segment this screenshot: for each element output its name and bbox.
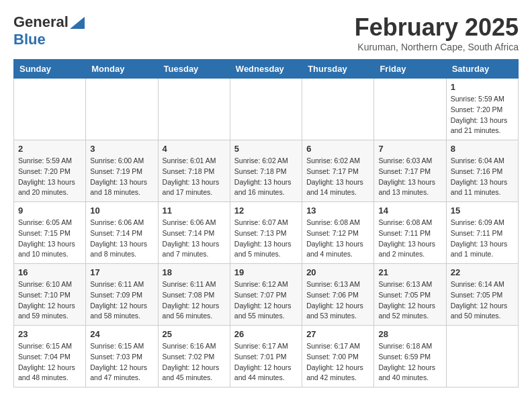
- logo-icon: [70, 17, 85, 29]
- day-number: 20: [306, 267, 369, 277]
- day-info: Sunrise: 6:09 AMSunset: 7:11 PMDaylight:…: [451, 218, 514, 260]
- day-number: 6: [306, 144, 369, 154]
- calendar-week-row: 2Sunrise: 5:59 AMSunset: 7:20 PMDaylight…: [14, 140, 519, 202]
- calendar-week-row: 1Sunrise: 5:59 AMSunset: 7:20 PMDaylight…: [14, 79, 519, 140]
- day-number: 14: [378, 205, 441, 216]
- day-info: Sunrise: 6:16 AMSunset: 7:02 PMDaylight:…: [163, 341, 226, 383]
- table-row: 14Sunrise: 6:08 AMSunset: 7:11 PMDayligh…: [374, 202, 446, 264]
- day-info: Sunrise: 6:15 AMSunset: 7:03 PMDaylight:…: [90, 341, 153, 383]
- day-number: 18: [163, 267, 226, 277]
- col-friday: Friday: [374, 60, 446, 79]
- table-row: 18Sunrise: 6:11 AMSunset: 7:08 PMDayligh…: [158, 264, 230, 326]
- table-row: [302, 79, 374, 140]
- month-title: February 2025: [355, 13, 519, 42]
- day-number: 25: [163, 329, 226, 339]
- col-monday: Monday: [86, 60, 158, 79]
- calendar-header-row: Sunday Monday Tuesday Wednesday Thursday…: [14, 60, 519, 79]
- table-row: 24Sunrise: 6:15 AMSunset: 7:03 PMDayligh…: [86, 326, 158, 387]
- table-row: 26Sunrise: 6:17 AMSunset: 7:01 PMDayligh…: [230, 326, 302, 387]
- table-row: [446, 326, 518, 387]
- table-row: [374, 79, 446, 140]
- table-row: 4Sunrise: 6:01 AMSunset: 7:18 PMDaylight…: [158, 140, 230, 202]
- day-number: 4: [163, 144, 226, 154]
- day-number: 12: [234, 205, 298, 216]
- table-row: 17Sunrise: 6:11 AMSunset: 7:09 PMDayligh…: [86, 264, 158, 326]
- day-info: Sunrise: 6:13 AMSunset: 7:05 PMDaylight:…: [378, 279, 441, 322]
- day-info: Sunrise: 6:04 AMSunset: 7:16 PMDaylight:…: [451, 156, 514, 198]
- day-number: 8: [451, 144, 514, 154]
- table-row: 10Sunrise: 6:06 AMSunset: 7:14 PMDayligh…: [86, 202, 158, 264]
- table-row: 6Sunrise: 6:02 AMSunset: 7:17 PMDaylight…: [302, 140, 374, 202]
- day-number: 9: [18, 205, 81, 216]
- day-number: 2: [18, 144, 81, 154]
- day-info: Sunrise: 6:06 AMSunset: 7:14 PMDaylight:…: [163, 218, 226, 260]
- day-number: 13: [306, 205, 369, 216]
- day-number: 28: [378, 329, 441, 339]
- location-subtitle: Kuruman, Northern Cape, South Africa: [355, 42, 519, 52]
- table-row: [86, 79, 158, 140]
- day-info: Sunrise: 6:10 AMSunset: 7:10 PMDaylight:…: [18, 279, 81, 322]
- col-tuesday: Tuesday: [158, 60, 230, 79]
- table-row: 22Sunrise: 6:14 AMSunset: 7:05 PMDayligh…: [446, 264, 518, 326]
- page-header: General Blue February 2025 Kuruman, Nort…: [13, 13, 519, 52]
- day-info: Sunrise: 6:06 AMSunset: 7:14 PMDaylight:…: [90, 218, 153, 260]
- day-info: Sunrise: 6:11 AMSunset: 7:09 PMDaylight:…: [90, 279, 153, 322]
- day-info: Sunrise: 6:15 AMSunset: 7:04 PMDaylight:…: [18, 341, 81, 383]
- day-info: Sunrise: 5:59 AMSunset: 7:20 PMDaylight:…: [451, 94, 514, 136]
- day-number: 19: [234, 267, 298, 277]
- day-number: 7: [378, 144, 441, 154]
- day-number: 3: [90, 144, 153, 154]
- day-info: Sunrise: 6:00 AMSunset: 7:19 PMDaylight:…: [90, 156, 153, 198]
- table-row: 19Sunrise: 6:12 AMSunset: 7:07 PMDayligh…: [230, 264, 302, 326]
- col-saturday: Saturday: [446, 60, 518, 79]
- day-number: 23: [18, 329, 81, 339]
- day-info: Sunrise: 6:11 AMSunset: 7:08 PMDaylight:…: [163, 279, 226, 322]
- table-row: [14, 79, 86, 140]
- table-row: 21Sunrise: 6:13 AMSunset: 7:05 PMDayligh…: [374, 264, 446, 326]
- table-row: 23Sunrise: 6:15 AMSunset: 7:04 PMDayligh…: [14, 326, 86, 387]
- table-row: 9Sunrise: 6:05 AMSunset: 7:15 PMDaylight…: [14, 202, 86, 264]
- table-row: 25Sunrise: 6:16 AMSunset: 7:02 PMDayligh…: [158, 326, 230, 387]
- logo: General Blue: [13, 13, 85, 48]
- day-info: Sunrise: 6:13 AMSunset: 7:06 PMDaylight:…: [306, 279, 369, 322]
- col-thursday: Thursday: [302, 60, 374, 79]
- table-row: [158, 79, 230, 140]
- day-number: 24: [90, 329, 153, 339]
- day-info: Sunrise: 6:07 AMSunset: 7:13 PMDaylight:…: [234, 218, 298, 260]
- calendar-week-row: 9Sunrise: 6:05 AMSunset: 7:15 PMDaylight…: [14, 202, 519, 264]
- day-number: 16: [18, 267, 81, 277]
- table-row: 15Sunrise: 6:09 AMSunset: 7:11 PMDayligh…: [446, 202, 518, 264]
- table-row: 12Sunrise: 6:07 AMSunset: 7:13 PMDayligh…: [230, 202, 302, 264]
- table-row: 28Sunrise: 6:18 AMSunset: 6:59 PMDayligh…: [374, 326, 446, 387]
- day-info: Sunrise: 6:14 AMSunset: 7:05 PMDaylight:…: [451, 279, 514, 322]
- logo-blue-text: Blue: [13, 31, 46, 48]
- day-info: Sunrise: 6:08 AMSunset: 7:11 PMDaylight:…: [378, 218, 441, 260]
- table-row: 5Sunrise: 6:02 AMSunset: 7:18 PMDaylight…: [230, 140, 302, 202]
- day-number: 5: [234, 144, 298, 154]
- col-sunday: Sunday: [14, 60, 86, 79]
- day-info: Sunrise: 6:12 AMSunset: 7:07 PMDaylight:…: [234, 279, 298, 322]
- table-row: 2Sunrise: 5:59 AMSunset: 7:20 PMDaylight…: [14, 140, 86, 202]
- day-info: Sunrise: 6:03 AMSunset: 7:17 PMDaylight:…: [378, 156, 441, 198]
- day-info: Sunrise: 6:02 AMSunset: 7:17 PMDaylight:…: [306, 156, 369, 198]
- title-section: February 2025 Kuruman, Northern Cape, So…: [355, 13, 519, 52]
- day-number: 26: [234, 329, 298, 339]
- table-row: 20Sunrise: 6:13 AMSunset: 7:06 PMDayligh…: [302, 264, 374, 326]
- col-wednesday: Wednesday: [230, 60, 302, 79]
- table-row: 11Sunrise: 6:06 AMSunset: 7:14 PMDayligh…: [158, 202, 230, 264]
- table-row: 1Sunrise: 5:59 AMSunset: 7:20 PMDaylight…: [446, 79, 518, 140]
- table-row: 8Sunrise: 6:04 AMSunset: 7:16 PMDaylight…: [446, 140, 518, 202]
- day-info: Sunrise: 6:01 AMSunset: 7:18 PMDaylight:…: [163, 156, 226, 198]
- table-row: 3Sunrise: 6:00 AMSunset: 7:19 PMDaylight…: [86, 140, 158, 202]
- day-number: 1: [451, 82, 514, 92]
- calendar-week-row: 16Sunrise: 6:10 AMSunset: 7:10 PMDayligh…: [14, 264, 519, 326]
- day-number: 22: [451, 267, 514, 277]
- table-row: 13Sunrise: 6:08 AMSunset: 7:12 PMDayligh…: [302, 202, 374, 264]
- day-number: 17: [90, 267, 153, 277]
- day-info: Sunrise: 6:08 AMSunset: 7:12 PMDaylight:…: [306, 218, 369, 260]
- table-row: 7Sunrise: 6:03 AMSunset: 7:17 PMDaylight…: [374, 140, 446, 202]
- day-number: 10: [90, 205, 153, 216]
- calendar-week-row: 23Sunrise: 6:15 AMSunset: 7:04 PMDayligh…: [14, 326, 519, 387]
- day-number: 21: [378, 267, 441, 277]
- logo-general-text: General: [13, 13, 69, 31]
